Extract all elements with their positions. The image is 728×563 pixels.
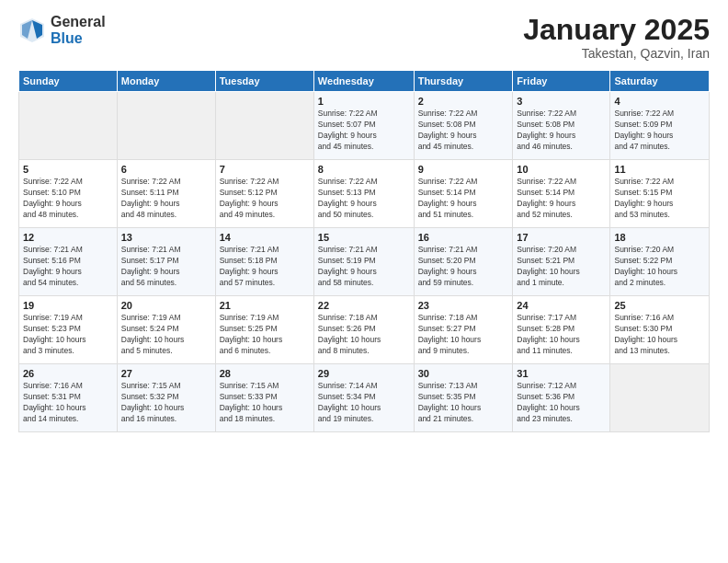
calendar-cell: 3Sunrise: 7:22 AM Sunset: 5:08 PM Daylig…: [513, 92, 610, 160]
day-number: 12: [23, 232, 113, 243]
day-info: Sunrise: 7:20 AM Sunset: 5:21 PM Dayligh…: [517, 245, 606, 289]
header-friday: Friday: [513, 71, 610, 92]
day-info: Sunrise: 7:22 AM Sunset: 5:14 PM Dayligh…: [418, 177, 509, 221]
day-info: Sunrise: 7:22 AM Sunset: 5:13 PM Dayligh…: [318, 177, 410, 221]
calendar-cell: 29Sunrise: 7:14 AM Sunset: 5:34 PM Dayli…: [313, 364, 414, 432]
day-info: Sunrise: 7:19 AM Sunset: 5:23 PM Dayligh…: [23, 313, 113, 357]
calendar-cell: [610, 364, 710, 432]
day-number: 24: [517, 300, 606, 311]
day-info: Sunrise: 7:18 AM Sunset: 5:26 PM Dayligh…: [318, 313, 410, 357]
calendar-cell: 19Sunrise: 7:19 AM Sunset: 5:23 PM Dayli…: [19, 296, 118, 364]
title-block: January 2025 Takestan, Qazvin, Iran: [523, 14, 710, 61]
day-info: Sunrise: 7:21 AM Sunset: 5:17 PM Dayligh…: [121, 245, 211, 289]
day-number: 5: [23, 164, 113, 175]
calendar-cell: 22Sunrise: 7:18 AM Sunset: 5:26 PM Dayli…: [313, 296, 414, 364]
day-number: 25: [614, 300, 705, 311]
calendar-cell: 2Sunrise: 7:22 AM Sunset: 5:08 PM Daylig…: [414, 92, 513, 160]
day-number: 30: [418, 368, 509, 379]
calendar-cell: 27Sunrise: 7:15 AM Sunset: 5:32 PM Dayli…: [117, 364, 215, 432]
day-number: 18: [614, 232, 705, 243]
day-info: Sunrise: 7:16 AM Sunset: 5:31 PM Dayligh…: [23, 381, 113, 425]
calendar-cell: 1Sunrise: 7:22 AM Sunset: 5:07 PM Daylig…: [313, 92, 414, 160]
calendar-table: Sunday Monday Tuesday Wednesday Thursday…: [18, 70, 710, 432]
day-number: 23: [418, 300, 509, 311]
calendar-cell: 14Sunrise: 7:21 AM Sunset: 5:18 PM Dayli…: [215, 228, 313, 296]
day-number: 8: [318, 164, 410, 175]
day-info: Sunrise: 7:22 AM Sunset: 5:09 PM Dayligh…: [614, 109, 705, 153]
day-info: Sunrise: 7:17 AM Sunset: 5:28 PM Dayligh…: [517, 313, 606, 357]
day-number: 2: [418, 96, 509, 107]
calendar-cell: 16Sunrise: 7:21 AM Sunset: 5:20 PM Dayli…: [414, 228, 513, 296]
day-info: Sunrise: 7:22 AM Sunset: 5:10 PM Dayligh…: [23, 177, 113, 221]
day-info: Sunrise: 7:22 AM Sunset: 5:08 PM Dayligh…: [418, 109, 509, 153]
day-number: 21: [220, 300, 310, 311]
day-info: Sunrise: 7:22 AM Sunset: 5:14 PM Dayligh…: [517, 177, 606, 221]
day-info: Sunrise: 7:22 AM Sunset: 5:15 PM Dayligh…: [614, 177, 705, 221]
calendar-cell: 6Sunrise: 7:22 AM Sunset: 5:11 PM Daylig…: [117, 160, 215, 228]
calendar-cell: 5Sunrise: 7:22 AM Sunset: 5:10 PM Daylig…: [19, 160, 118, 228]
day-number: 13: [121, 232, 211, 243]
day-info: Sunrise: 7:16 AM Sunset: 5:30 PM Dayligh…: [614, 313, 705, 357]
calendar-cell: 15Sunrise: 7:21 AM Sunset: 5:19 PM Dayli…: [313, 228, 414, 296]
day-info: Sunrise: 7:18 AM Sunset: 5:27 PM Dayligh…: [418, 313, 509, 357]
logo-blue: Blue: [51, 30, 106, 47]
day-number: 20: [121, 300, 211, 311]
day-info: Sunrise: 7:22 AM Sunset: 5:12 PM Dayligh…: [220, 177, 310, 221]
calendar-cell: 24Sunrise: 7:17 AM Sunset: 5:28 PM Dayli…: [513, 296, 610, 364]
day-number: 4: [614, 96, 705, 107]
calendar-cell: 21Sunrise: 7:19 AM Sunset: 5:25 PM Dayli…: [215, 296, 313, 364]
day-info: Sunrise: 7:21 AM Sunset: 5:19 PM Dayligh…: [318, 245, 410, 289]
header: General Blue January 2025 Takestan, Qazv…: [18, 14, 710, 61]
calendar-week-5: 26Sunrise: 7:16 AM Sunset: 5:31 PM Dayli…: [19, 364, 710, 432]
day-number: 28: [220, 368, 310, 379]
day-info: Sunrise: 7:21 AM Sunset: 5:18 PM Dayligh…: [220, 245, 310, 289]
calendar-cell: [117, 92, 215, 160]
day-info: Sunrise: 7:13 AM Sunset: 5:35 PM Dayligh…: [418, 381, 509, 425]
calendar-week-2: 5Sunrise: 7:22 AM Sunset: 5:10 PM Daylig…: [19, 160, 710, 228]
calendar-cell: 9Sunrise: 7:22 AM Sunset: 5:14 PM Daylig…: [414, 160, 513, 228]
calendar-header-row: Sunday Monday Tuesday Wednesday Thursday…: [19, 71, 710, 92]
header-saturday: Saturday: [610, 71, 710, 92]
day-number: 22: [318, 300, 410, 311]
calendar-cell: 7Sunrise: 7:22 AM Sunset: 5:12 PM Daylig…: [215, 160, 313, 228]
day-number: 15: [318, 232, 410, 243]
day-number: 11: [614, 164, 705, 175]
calendar-cell: 31Sunrise: 7:12 AM Sunset: 5:36 PM Dayli…: [513, 364, 610, 432]
location-subtitle: Takestan, Qazvin, Iran: [523, 46, 710, 61]
day-info: Sunrise: 7:21 AM Sunset: 5:16 PM Dayligh…: [23, 245, 113, 289]
day-info: Sunrise: 7:19 AM Sunset: 5:25 PM Dayligh…: [220, 313, 310, 357]
calendar-cell: [19, 92, 118, 160]
month-title: January 2025: [523, 14, 710, 46]
calendar-cell: 17Sunrise: 7:20 AM Sunset: 5:21 PM Dayli…: [513, 228, 610, 296]
day-info: Sunrise: 7:14 AM Sunset: 5:34 PM Dayligh…: [318, 381, 410, 425]
calendar-week-3: 12Sunrise: 7:21 AM Sunset: 5:16 PM Dayli…: [19, 228, 710, 296]
day-info: Sunrise: 7:15 AM Sunset: 5:33 PM Dayligh…: [220, 381, 310, 425]
header-monday: Monday: [117, 71, 215, 92]
calendar-cell: 12Sunrise: 7:21 AM Sunset: 5:16 PM Dayli…: [19, 228, 118, 296]
calendar-cell: 26Sunrise: 7:16 AM Sunset: 5:31 PM Dayli…: [19, 364, 118, 432]
day-info: Sunrise: 7:22 AM Sunset: 5:07 PM Dayligh…: [318, 109, 410, 153]
day-info: Sunrise: 7:15 AM Sunset: 5:32 PM Dayligh…: [121, 381, 211, 425]
day-info: Sunrise: 7:19 AM Sunset: 5:24 PM Dayligh…: [121, 313, 211, 357]
calendar-cell: 8Sunrise: 7:22 AM Sunset: 5:13 PM Daylig…: [313, 160, 414, 228]
calendar-cell: 13Sunrise: 7:21 AM Sunset: 5:17 PM Dayli…: [117, 228, 215, 296]
calendar-cell: 28Sunrise: 7:15 AM Sunset: 5:33 PM Dayli…: [215, 364, 313, 432]
day-number: 16: [418, 232, 509, 243]
day-info: Sunrise: 7:20 AM Sunset: 5:22 PM Dayligh…: [614, 245, 705, 289]
day-number: 6: [121, 164, 211, 175]
day-number: 31: [517, 368, 606, 379]
day-info: Sunrise: 7:21 AM Sunset: 5:20 PM Dayligh…: [418, 245, 509, 289]
day-number: 29: [318, 368, 410, 379]
header-tuesday: Tuesday: [215, 71, 313, 92]
day-number: 7: [220, 164, 310, 175]
calendar-cell: 11Sunrise: 7:22 AM Sunset: 5:15 PM Dayli…: [610, 160, 710, 228]
calendar-cell: 20Sunrise: 7:19 AM Sunset: 5:24 PM Dayli…: [117, 296, 215, 364]
day-number: 14: [220, 232, 310, 243]
day-number: 1: [318, 96, 410, 107]
calendar-cell: 30Sunrise: 7:13 AM Sunset: 5:35 PM Dayli…: [414, 364, 513, 432]
day-number: 27: [121, 368, 211, 379]
logo: General Blue: [18, 14, 106, 46]
day-info: Sunrise: 7:12 AM Sunset: 5:36 PM Dayligh…: [517, 381, 606, 425]
day-info: Sunrise: 7:22 AM Sunset: 5:11 PM Dayligh…: [121, 177, 211, 221]
header-thursday: Thursday: [414, 71, 513, 92]
